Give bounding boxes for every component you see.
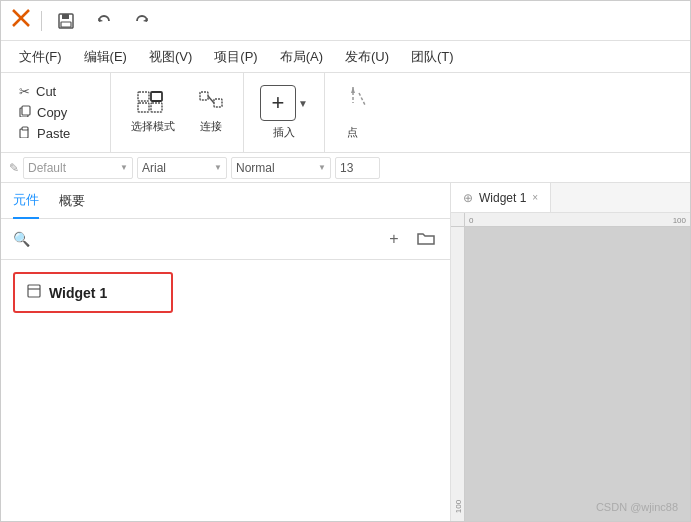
menu-item-project[interactable]: 项目(P): [204, 44, 267, 70]
font-arrow: ▼: [214, 163, 222, 172]
search-bar: 🔍 +: [1, 219, 450, 260]
watermark: CSDN @wjinc88: [596, 501, 678, 513]
select-mode-label: 选择模式: [131, 119, 175, 134]
svg-line-17: [359, 93, 365, 105]
svg-rect-11: [138, 103, 149, 112]
svg-rect-6: [22, 106, 30, 115]
widget-icon: [27, 284, 41, 301]
menu-item-view[interactable]: 视图(V): [139, 44, 202, 70]
clipboard-section: ✂ Cut Copy Paste: [1, 73, 111, 152]
app-window: 文件(F) 编辑(E) 视图(V) 项目(P) 布局(A) 发布(U) 团队(T…: [0, 0, 691, 522]
ruler-left: 100: [451, 227, 465, 521]
cut-button[interactable]: ✂ Cut: [13, 82, 98, 101]
menu-bar: 文件(F) 编辑(E) 视图(V) 项目(P) 布局(A) 发布(U) 团队(T…: [1, 41, 690, 73]
canvas-inner[interactable]: [465, 227, 690, 521]
widget-item[interactable]: Widget 1: [13, 272, 173, 313]
tab-overview[interactable]: 概要: [59, 184, 85, 218]
menu-item-edit[interactable]: 编辑(E): [74, 44, 137, 70]
connect-label: 连接: [200, 119, 222, 134]
ruler-left-mark-100: 100: [453, 500, 462, 513]
canvas-tab-move-icon: ⊕: [463, 191, 473, 205]
default-style-arrow: ▼: [120, 163, 128, 172]
left-panel: 元件 概要 🔍 +: [1, 183, 451, 521]
folder-button[interactable]: [414, 227, 438, 251]
toolbar-buttons: 选择模式 连接: [111, 73, 244, 152]
point-label: 点: [347, 125, 358, 140]
title-bar: [1, 1, 690, 41]
ruler-mark-0: 0: [469, 216, 473, 225]
format-bar: ✎ Default ▼ Arial ▼ Normal ▼ 13: [1, 153, 690, 183]
insert-label: 插入: [273, 125, 295, 140]
select-mode-button[interactable]: 选择模式: [123, 87, 183, 138]
undo-button[interactable]: [90, 7, 118, 35]
style-arrow: ▼: [318, 163, 326, 172]
default-style-select[interactable]: Default ▼: [23, 157, 133, 179]
canvas-tab-close-icon[interactable]: ×: [532, 192, 538, 203]
add-widget-button[interactable]: +: [382, 227, 406, 251]
point-section: 点: [325, 73, 381, 152]
svg-line-15: [208, 96, 214, 103]
svg-rect-8: [22, 127, 28, 130]
svg-rect-10: [151, 92, 162, 101]
svg-rect-14: [214, 99, 222, 107]
menu-item-layout[interactable]: 布局(A): [270, 44, 333, 70]
copy-button[interactable]: Copy: [13, 103, 98, 122]
copy-icon: [19, 105, 31, 120]
svg-rect-4: [61, 22, 71, 27]
canvas-area[interactable]: 0 100 100 CSDN @wjinc88: [451, 213, 690, 521]
search-actions: +: [382, 227, 438, 251]
style-select[interactable]: Normal ▼: [231, 157, 331, 179]
panel-tabs: 元件 概要: [1, 183, 450, 219]
svg-rect-12: [151, 103, 162, 112]
insert-section: + ▼ 插入: [244, 73, 325, 152]
size-select[interactable]: 13: [335, 157, 380, 179]
menu-item-publish[interactable]: 发布(U): [335, 44, 399, 70]
redo-button[interactable]: [128, 7, 156, 35]
insert-button[interactable]: +: [260, 85, 296, 121]
scissors-icon: ✂: [19, 84, 30, 99]
menu-item-team[interactable]: 团队(T): [401, 44, 464, 70]
svg-rect-9: [138, 92, 149, 101]
canvas-tab-widget1[interactable]: ⊕ Widget 1 ×: [451, 183, 551, 212]
paste-button[interactable]: Paste: [13, 124, 98, 143]
widget-list: Widget 1: [1, 260, 450, 521]
title-bar-separator: [41, 11, 42, 31]
ruler-corner: [451, 213, 465, 227]
search-input-wrap: 🔍: [13, 231, 382, 247]
main-content: 元件 概要 🔍 +: [1, 183, 690, 521]
font-select[interactable]: Arial ▼: [137, 157, 227, 179]
toolbar-area: ✂ Cut Copy Paste: [1, 73, 690, 153]
app-logo-icon: [11, 8, 31, 33]
edit-icon: ✎: [9, 161, 19, 175]
insert-dropdown-icon[interactable]: ▼: [298, 98, 308, 109]
widget-label: Widget 1: [49, 285, 107, 301]
svg-rect-13: [200, 92, 208, 100]
ruler-top: 0 100: [465, 213, 690, 227]
right-panel: ⊕ Widget 1 × 0 100: [451, 183, 690, 521]
ruler-mark-100: 100: [673, 216, 686, 225]
svg-rect-18: [28, 285, 40, 297]
menu-item-file[interactable]: 文件(F): [9, 44, 72, 70]
tab-components[interactable]: 元件: [13, 183, 39, 219]
connect-button[interactable]: 连接: [191, 87, 231, 138]
paste-icon: [19, 126, 31, 141]
save-button[interactable]: [52, 7, 80, 35]
svg-rect-3: [62, 14, 69, 19]
canvas-tabs: ⊕ Widget 1 ×: [451, 183, 690, 213]
search-icon: 🔍: [13, 231, 30, 247]
